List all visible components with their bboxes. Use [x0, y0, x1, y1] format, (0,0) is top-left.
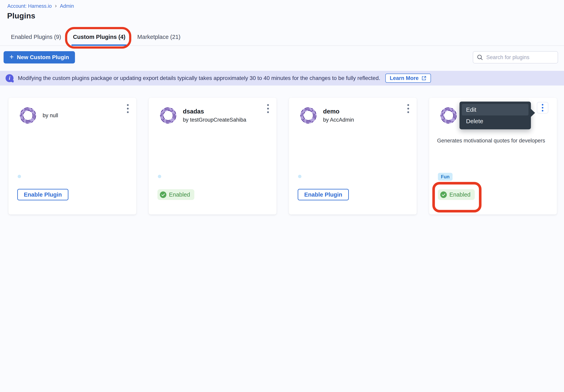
page-title: Plugins [7, 12, 35, 20]
enabled-status-badge: Enabled [157, 189, 194, 200]
learn-more-label: Learn More [390, 75, 419, 81]
tab-custom-plugins[interactable]: Custom Plugins (4) [72, 34, 126, 45]
kebab-menu-icon[interactable] [126, 103, 129, 114]
plugin-card-grid: by null Enable Plugin dsadas by testGrou… [9, 98, 557, 214]
plugin-card-dsadas: dsadas by testGroupCreateSahiba Enabled [149, 98, 276, 214]
tab-bar: Enabled Plugins (9) Custom Plugins (4) M… [0, 26, 564, 46]
card-header: dsadas by testGroupCreateSahiba [160, 107, 255, 124]
enable-plugin-button[interactable]: Enable Plugin [298, 189, 349, 200]
breadcrumb-admin-link[interactable]: Admin [60, 3, 74, 9]
chevron-right-icon: › [55, 3, 57, 9]
tag-dot [298, 175, 302, 178]
plugin-card-null: by null Enable Plugin [9, 98, 136, 214]
check-circle-icon [160, 191, 166, 198]
enable-plugin-button[interactable]: Enable Plugin [17, 189, 69, 200]
plugin-name: dsadas [183, 108, 246, 115]
info-banner: i Modifying the custom plugins package o… [0, 71, 564, 85]
fun-tag: Fun [438, 173, 453, 181]
card-header: demo by AccAdmin [300, 107, 395, 124]
plugin-card-quotes: Generates motivational quotes for develo… [429, 98, 557, 214]
tab-enabled-plugins[interactable]: Enabled Plugins (9) [10, 34, 62, 45]
menu-item-edit[interactable]: Edit [462, 104, 528, 115]
plugin-card-demo: demo by AccAdmin Enable Plugin [289, 98, 417, 214]
breadcrumb-account-link[interactable]: Account: Harness.io [7, 3, 52, 9]
enabled-status-badge: Enabled [438, 189, 475, 200]
plugin-author: by null [43, 112, 58, 119]
plugin-logo-icon [20, 107, 36, 124]
check-circle-icon [440, 191, 447, 198]
plugin-meta: dsadas by testGroupCreateSahiba [183, 108, 246, 123]
kebab-menu-button[interactable] [537, 102, 548, 113]
card-header: by null [20, 107, 114, 124]
plugin-meta: demo by AccAdmin [323, 108, 354, 123]
plugin-logo-icon [160, 107, 177, 124]
tab-custom-plugins-label: Custom Plugins (4) [73, 34, 125, 40]
kebab-menu-icon[interactable] [266, 103, 270, 114]
plugin-author: by AccAdmin [323, 117, 354, 123]
learn-more-button[interactable]: Learn More [385, 74, 431, 83]
breadcrumb: Account: Harness.io › Admin [7, 3, 74, 9]
enabled-status-label: Enabled [169, 191, 190, 198]
plugin-meta: by null [43, 112, 58, 119]
new-custom-plugin-label: New Custom Plugin [17, 54, 69, 60]
plus-icon: + [10, 53, 14, 60]
plugin-author: by testGroupCreateSahiba [183, 117, 246, 123]
external-link-icon [421, 76, 426, 81]
plugin-search [473, 51, 558, 63]
plugin-description: Generates motivational quotes for develo… [437, 137, 550, 144]
banner-message: Modifying the custom plugins package or … [18, 75, 380, 81]
plugin-logo-icon [300, 107, 317, 124]
kebab-menu-icon[interactable] [407, 103, 410, 114]
search-icon [477, 54, 483, 60]
plugin-name: demo [323, 108, 354, 115]
enabled-status-label: Enabled [449, 191, 470, 198]
plugin-logo-icon [440, 107, 457, 124]
card-context-menu: Edit Delete [459, 102, 531, 129]
menu-item-delete[interactable]: Delete [462, 115, 528, 127]
active-tab-underline [71, 44, 127, 46]
tab-marketplace[interactable]: Marketplace (21) [137, 34, 181, 45]
new-custom-plugin-button[interactable]: + New Custom Plugin [4, 51, 75, 63]
search-input[interactable] [473, 51, 558, 63]
info-icon: i [6, 74, 14, 82]
tag-dot [158, 175, 161, 178]
tag-dot [18, 175, 21, 178]
